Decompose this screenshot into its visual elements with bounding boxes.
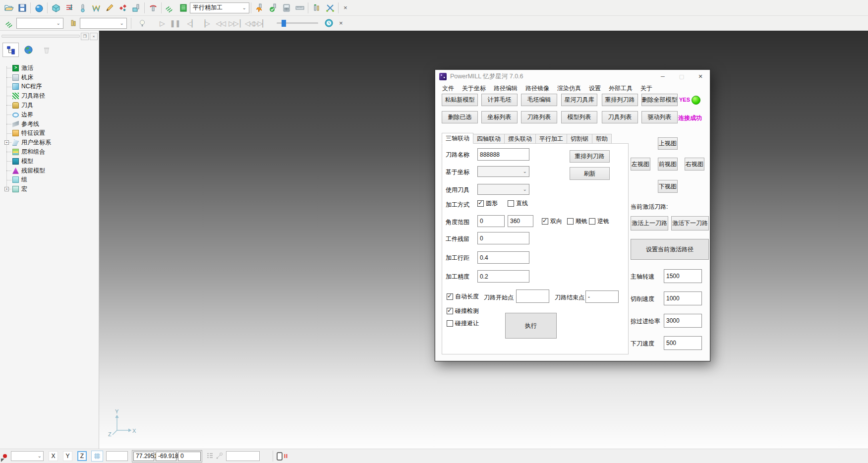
tab-3axis[interactable]: 三轴联动 bbox=[442, 133, 473, 144]
maximize-button[interactable]: ▢ bbox=[672, 70, 691, 83]
tree-item-machine[interactable]: 机床 bbox=[4, 73, 99, 82]
clock-icon[interactable] bbox=[322, 17, 336, 30]
tree-item-nc-programs[interactable]: NC程序 bbox=[4, 82, 99, 92]
tree-item-stock-models[interactable]: 残留模型 bbox=[4, 166, 99, 175]
checkbox-icon[interactable] bbox=[447, 308, 453, 314]
tree-item-workplanes[interactable]: +用户坐标系 bbox=[4, 138, 99, 147]
tool-pair-icon[interactable] bbox=[310, 1, 323, 14]
right-view-button[interactable]: 右视图 bbox=[685, 158, 704, 171]
tree-item-feature-sets[interactable]: 特征设置 bbox=[4, 129, 99, 138]
wire-cut-scissors-icon[interactable] bbox=[323, 1, 337, 14]
tab-explorer[interactable] bbox=[2, 43, 19, 57]
paste-model-button[interactable]: 粘贴新模型 bbox=[442, 94, 478, 106]
activate-prev-button[interactable]: 激活上一刀路 bbox=[631, 216, 668, 231]
checkbox-icon[interactable] bbox=[542, 218, 548, 225]
menu-file[interactable]: 文件 bbox=[438, 84, 458, 93]
tree-item-levels-sets[interactable]: 层和组合 bbox=[4, 147, 99, 157]
create-pattern-icon[interactable] bbox=[103, 1, 116, 14]
create-boundary-icon[interactable] bbox=[89, 1, 103, 14]
calculator-icon[interactable] bbox=[280, 1, 293, 14]
menu-path-edit[interactable]: 路径编辑 bbox=[490, 84, 521, 93]
go-to-start-icon[interactable]: ▏◁◁ bbox=[240, 19, 253, 27]
coord-list-button[interactable]: 坐标列表 bbox=[481, 111, 518, 123]
circle-checkbox[interactable]: 圆形 bbox=[477, 199, 498, 208]
menu-coords[interactable]: 关于坐标 bbox=[458, 84, 490, 93]
left-view-button[interactable]: 左视图 bbox=[631, 158, 650, 171]
tree-item-models[interactable]: 模型 bbox=[4, 157, 99, 166]
drive-list-button[interactable]: 驱动列表 bbox=[641, 111, 678, 123]
skim-feed-input[interactable] bbox=[664, 314, 702, 328]
active-toolpath-icon[interactable] bbox=[163, 1, 176, 14]
tree-item-groups[interactable]: 组 bbox=[4, 175, 99, 185]
angle-from-input[interactable] bbox=[477, 215, 505, 227]
create-block-icon[interactable] bbox=[49, 1, 62, 14]
tree-item-tools[interactable]: 刀具 bbox=[4, 101, 99, 110]
tab-head-swing[interactable]: 摆头联动 bbox=[504, 134, 536, 144]
rearrange-toolpaths-button[interactable]: 重排列刀路 bbox=[602, 94, 638, 106]
tab-recycle-bin[interactable] bbox=[38, 43, 55, 57]
create-tool-icon[interactable] bbox=[76, 1, 89, 14]
measure-ruler-icon[interactable] bbox=[293, 1, 306, 14]
step-forward-icon[interactable]: ▕▷ bbox=[198, 19, 211, 27]
spindle-speed-input[interactable] bbox=[664, 269, 702, 283]
delete-selected-button[interactable]: 删除已选 bbox=[442, 111, 478, 123]
rearrange-button[interactable]: 重排列刀路 bbox=[570, 150, 610, 163]
viewmill-sphere-icon[interactable] bbox=[32, 1, 46, 14]
checkbox-icon[interactable] bbox=[447, 320, 453, 327]
tolerance-input[interactable] bbox=[477, 270, 529, 283]
workplane-editor-icon[interactable] bbox=[129, 1, 143, 14]
play-icon[interactable]: ▷ bbox=[156, 19, 169, 27]
view-combo[interactable]: ⌄ bbox=[11, 451, 44, 461]
grid-toggle-button[interactable] bbox=[91, 451, 103, 462]
tool-list-button[interactable]: 刀具列表 bbox=[602, 111, 638, 123]
tool-library-button[interactable]: 星河刀具库 bbox=[561, 94, 597, 106]
simulation-light-icon[interactable] bbox=[135, 17, 149, 30]
tab-cut-saw[interactable]: 切割锯 bbox=[567, 134, 592, 144]
front-view-button[interactable]: 前视图 bbox=[658, 158, 678, 171]
strategy-combo[interactable]: 平行精加工 ⌄ bbox=[190, 2, 249, 13]
menu-external-tools[interactable]: 外部工具 bbox=[605, 84, 637, 93]
climb-mill-checkbox[interactable]: 顺铣 bbox=[567, 217, 587, 226]
panel-close-button[interactable]: × bbox=[90, 33, 98, 40]
checkbox-icon[interactable] bbox=[447, 293, 453, 300]
tree-item-boundaries[interactable]: 边界 bbox=[4, 110, 99, 119]
pause-icon[interactable]: ❚❚ bbox=[169, 19, 181, 27]
tool-holder-icon[interactable] bbox=[146, 1, 160, 14]
tab-web[interactable] bbox=[20, 43, 37, 57]
rewind-icon[interactable]: ◁◁ bbox=[214, 19, 227, 27]
line-checkbox[interactable]: 直线 bbox=[508, 199, 528, 208]
stock-allowance-input[interactable] bbox=[477, 232, 529, 244]
step-back-icon[interactable]: ◁▏ bbox=[185, 19, 198, 27]
checkbox-icon[interactable] bbox=[589, 218, 595, 225]
expand-plus-icon[interactable]: + bbox=[4, 140, 9, 145]
toolpath-list-button[interactable]: 刀路列表 bbox=[521, 111, 557, 123]
tree-item-macros[interactable]: +宏 bbox=[4, 184, 99, 194]
stock-edit-button[interactable]: 毛坯编辑 bbox=[521, 94, 557, 106]
bidirectional-checkbox[interactable]: 双向 bbox=[542, 217, 562, 226]
strategy-list-icon[interactable] bbox=[176, 1, 190, 14]
tool-combo[interactable]: ⌄ bbox=[80, 18, 127, 29]
minimize-button[interactable]: ─ bbox=[653, 70, 672, 83]
set-active-path-button[interactable]: 设置当前激活路径 bbox=[631, 239, 709, 260]
axis-x-button[interactable]: X bbox=[49, 451, 58, 461]
collision-detect-checkbox[interactable]: 碰撞检测 bbox=[447, 307, 479, 315]
use-tool-combo[interactable]: ⌄ bbox=[477, 184, 529, 195]
calc-stock-button[interactable]: 计算毛坯 bbox=[481, 94, 518, 106]
resize-grip[interactable] bbox=[1, 459, 4, 462]
toolbar-close-button[interactable]: × bbox=[340, 4, 351, 11]
speed-slider[interactable] bbox=[277, 19, 318, 27]
tree-item-toolpaths[interactable]: 刀具路径 bbox=[4, 91, 99, 101]
collision-check-icon[interactable] bbox=[253, 1, 266, 14]
toolbar-close-button[interactable]: × bbox=[336, 19, 347, 27]
slider-handle[interactable] bbox=[282, 20, 286, 27]
probe-icon[interactable] bbox=[216, 452, 223, 461]
tab-parallel[interactable]: 平行加工 bbox=[535, 134, 567, 144]
tree-item-activate[interactable]: 激活 bbox=[4, 63, 99, 73]
plunge-speed-input[interactable] bbox=[664, 336, 702, 350]
refresh-button[interactable]: 刷新 bbox=[570, 167, 610, 180]
feature-set-icon[interactable] bbox=[116, 1, 129, 14]
conventional-mill-checkbox[interactable]: 逆铣 bbox=[589, 217, 609, 226]
base-coord-combo[interactable]: ⌄ bbox=[477, 166, 529, 177]
list-icon[interactable] bbox=[207, 452, 213, 461]
collision-avoid-checkbox[interactable]: 碰撞避让 bbox=[447, 319, 479, 328]
